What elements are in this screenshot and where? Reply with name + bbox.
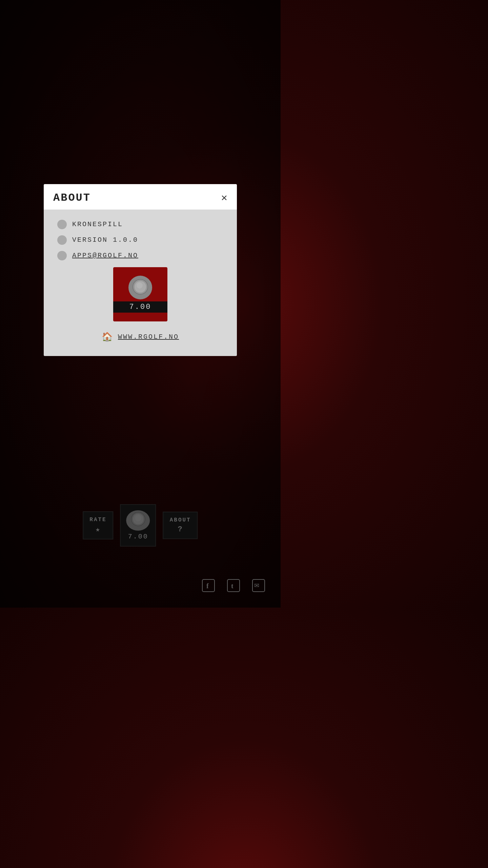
info-row-app: KRONESPILL — [57, 220, 223, 229]
website-row: 🏠 WWW.RGOLF.NO — [57, 332, 223, 342]
bullet-icon — [57, 251, 67, 260]
close-button[interactable]: × — [221, 192, 227, 203]
app-icon: 7.00 — [113, 267, 167, 321]
version-text: VERSION 1.0.0 — [72, 236, 138, 244]
modal-coin — [128, 276, 152, 299]
bullet-icon — [57, 220, 67, 229]
app-name-text: KRONESPILL — [72, 220, 123, 228]
svg-point-11 — [137, 282, 143, 289]
about-modal: ABOUT × KRONESPILL VERSION 1.0.0 APPS@RG… — [44, 184, 237, 356]
modal-body: KRONESPILL VERSION 1.0.0 APPS@RGOLF.NO — [44, 210, 237, 356]
modal-coin-value: 7.00 — [113, 301, 167, 313]
modal-header: ABOUT × — [44, 184, 237, 210]
modal-overlay: ABOUT × KRONESPILL VERSION 1.0.0 APPS@RG… — [0, 0, 281, 608]
website-link[interactable]: WWW.RGOLF.NO — [118, 333, 179, 341]
home-icon: 🏠 — [102, 332, 113, 342]
info-row-email: APPS@RGOLF.NO — [57, 251, 223, 260]
bullet-icon — [57, 235, 67, 245]
modal-title: ABOUT — [53, 192, 91, 204]
info-row-version: VERSION 1.0.0 — [57, 235, 223, 245]
email-link[interactable]: APPS@RGOLF.NO — [72, 252, 138, 259]
